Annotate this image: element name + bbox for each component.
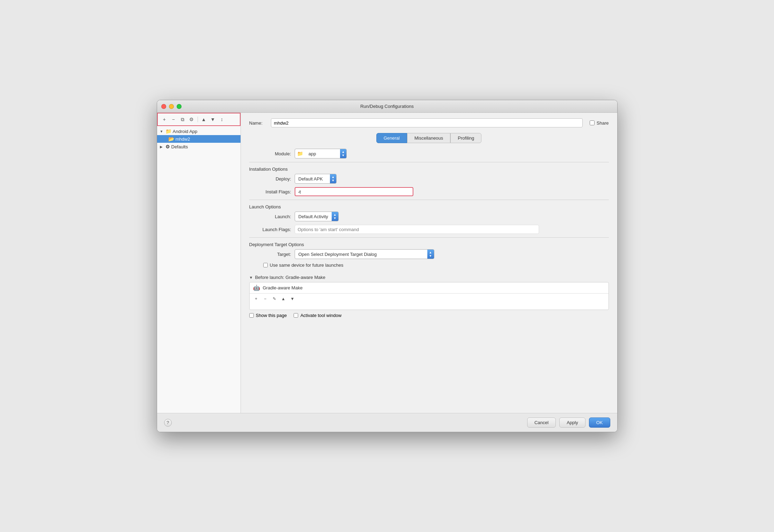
share-row: Share: [590, 120, 609, 126]
close-button[interactable]: [161, 104, 166, 109]
before-launch-toolbar: + − ✎ ▲ ▼: [250, 293, 609, 304]
before-launch-add-button[interactable]: +: [252, 295, 260, 303]
name-field-label: Name:: [249, 120, 267, 126]
use-same-device-label: Use same device for future launches: [270, 263, 344, 268]
cancel-button[interactable]: Cancel: [527, 418, 556, 428]
android-app-group[interactable]: ▼ 📁 Android App: [157, 127, 241, 135]
android-app-icon: 📁: [165, 128, 171, 134]
left-panel: + − ⧉ ⚙ ▲ ▼ ↕ ▼ 📁 Android App 📂 mhdw2: [157, 113, 241, 413]
bottom-checks: Show this page Activate tool window: [249, 313, 609, 318]
show-page-row: Show this page: [249, 313, 287, 318]
install-flags-input[interactable]: [295, 187, 413, 196]
share-label: Share: [597, 120, 609, 126]
maximize-button[interactable]: [177, 104, 182, 109]
launch-up-arrow: ▲: [333, 213, 337, 216]
before-launch-list: 🤖 Gradle-aware Make + − ✎ ▲ ▼: [249, 282, 609, 310]
config-tree: ▼ 📁 Android App 📂 mhdw2 ▶ ⚙ Defaults: [157, 126, 241, 413]
deployment-target-title: Deployment Target Options: [249, 242, 609, 247]
before-launch-collapse-arrow[interactable]: ▼: [249, 275, 253, 280]
deploy-row: Deploy: Default APK ▲ ▼: [249, 174, 609, 184]
android-gradle-icon: 🤖: [253, 285, 260, 291]
deploy-up-arrow: ▲: [332, 176, 335, 179]
minimize-button[interactable]: [169, 104, 174, 109]
config-tabs: General Miscellaneous Profiling: [249, 133, 609, 143]
show-page-checkbox[interactable]: [249, 313, 254, 318]
activate-window-row: Activate tool window: [294, 313, 341, 318]
divider-1: [249, 162, 609, 162]
defaults-icon: ⚙: [165, 144, 170, 149]
target-down-arrow: ▼: [429, 254, 432, 258]
module-select[interactable]: 📁 app ▲ ▼: [295, 149, 347, 158]
deploy-down-arrow: ▼: [332, 179, 335, 182]
activate-window-checkbox[interactable]: [294, 313, 298, 318]
copy-config-button[interactable]: ⧉: [179, 116, 186, 123]
deploy-arrows[interactable]: ▲ ▼: [330, 174, 337, 183]
launch-flags-input[interactable]: [295, 225, 539, 234]
target-label: Target:: [256, 252, 291, 257]
launch-flags-label: Launch Flags:: [256, 227, 291, 232]
mhdw2-label: mhdw2: [176, 136, 190, 142]
divider-2: [249, 200, 609, 200]
target-select[interactable]: Open Select Deployment Target Dialog ▲ ▼: [295, 249, 434, 259]
right-panel: Name: Share General Miscellaneous Profil…: [241, 113, 617, 413]
tab-miscellaneous[interactable]: Miscellaneous: [407, 133, 450, 143]
launch-down-arrow: ▼: [333, 217, 337, 220]
before-launch-up-button[interactable]: ▲: [280, 295, 287, 303]
footer-left: ?: [164, 419, 172, 427]
gradle-make-item[interactable]: 🤖 Gradle-aware Make: [250, 282, 609, 293]
name-row: Name: Share: [249, 118, 609, 127]
launch-label: Launch:: [256, 214, 291, 219]
target-row: Target: Open Select Deployment Target Di…: [249, 249, 609, 259]
name-input[interactable]: [271, 118, 583, 127]
module-row: Module: 📁 app ▲ ▼: [249, 149, 609, 158]
help-button[interactable]: ?: [164, 419, 172, 427]
share-checkbox[interactable]: [590, 120, 595, 125]
target-value: Open Select Deployment Target Dialog: [295, 250, 427, 258]
move-down-button[interactable]: ▼: [209, 116, 217, 123]
module-down-arrow: ▼: [342, 154, 345, 157]
tab-general[interactable]: General: [376, 133, 407, 143]
before-launch-down-button[interactable]: ▼: [289, 295, 296, 303]
module-icon: 📁: [295, 151, 305, 156]
config-toolbar: + − ⧉ ⚙ ▲ ▼ ↕: [157, 113, 241, 126]
sort-button[interactable]: ↕: [218, 116, 226, 123]
ok-button[interactable]: OK: [589, 418, 610, 428]
before-launch-remove-button[interactable]: −: [261, 295, 269, 303]
gradle-make-label: Gradle-aware Make: [263, 285, 303, 290]
dialog-body: + − ⧉ ⚙ ▲ ▼ ↕ ▼ 📁 Android App 📂 mhdw2: [157, 113, 617, 413]
run-debug-dialog: Run/Debug Configurations + − ⧉ ⚙ ▲ ▼ ↕ ▼…: [157, 100, 618, 432]
remove-config-button[interactable]: −: [170, 116, 177, 123]
window-title: Run/Debug Configurations: [360, 104, 414, 109]
apply-button[interactable]: Apply: [559, 418, 585, 428]
install-flags-row: Install Flags:: [249, 187, 609, 196]
launch-select[interactable]: Default Activity ▲ ▼: [295, 212, 339, 221]
add-config-button[interactable]: +: [161, 116, 168, 123]
window-controls: [161, 104, 182, 109]
title-bar: Run/Debug Configurations: [157, 100, 617, 113]
dialog-footer: ? Cancel Apply OK: [157, 413, 617, 432]
move-up-button[interactable]: ▲: [200, 116, 208, 123]
deploy-value: Default APK: [295, 175, 330, 183]
use-same-device-checkbox[interactable]: [263, 263, 268, 267]
divider-3: [249, 237, 609, 238]
tab-profiling[interactable]: Profiling: [450, 133, 481, 143]
android-app-label: Android App: [173, 129, 198, 134]
before-launch-edit-button[interactable]: ✎: [271, 295, 278, 303]
module-arrows[interactable]: ▲ ▼: [340, 149, 347, 158]
launch-row: Launch: Default Activity ▲ ▼: [249, 212, 609, 221]
module-up-arrow: ▲: [342, 150, 345, 154]
use-same-device-row: Use same device for future launches: [249, 263, 609, 268]
defaults-item[interactable]: ▶ ⚙ Defaults: [157, 143, 241, 150]
launch-arrows[interactable]: ▲ ▼: [332, 212, 338, 221]
deploy-label: Deploy:: [256, 176, 291, 182]
settings-button[interactable]: ⚙: [188, 116, 196, 123]
toolbar-separator: [198, 117, 198, 122]
module-label: Module:: [256, 151, 291, 156]
mhdw2-item[interactable]: 📂 mhdw2: [157, 135, 241, 143]
install-flags-label: Install Flags:: [256, 189, 291, 194]
footer-right: Cancel Apply OK: [527, 418, 610, 428]
target-arrows[interactable]: ▲ ▼: [427, 250, 434, 259]
launch-options-title: Launch Options: [249, 204, 609, 209]
defaults-label: Defaults: [171, 144, 188, 149]
deploy-select[interactable]: Default APK ▲ ▼: [295, 174, 337, 184]
